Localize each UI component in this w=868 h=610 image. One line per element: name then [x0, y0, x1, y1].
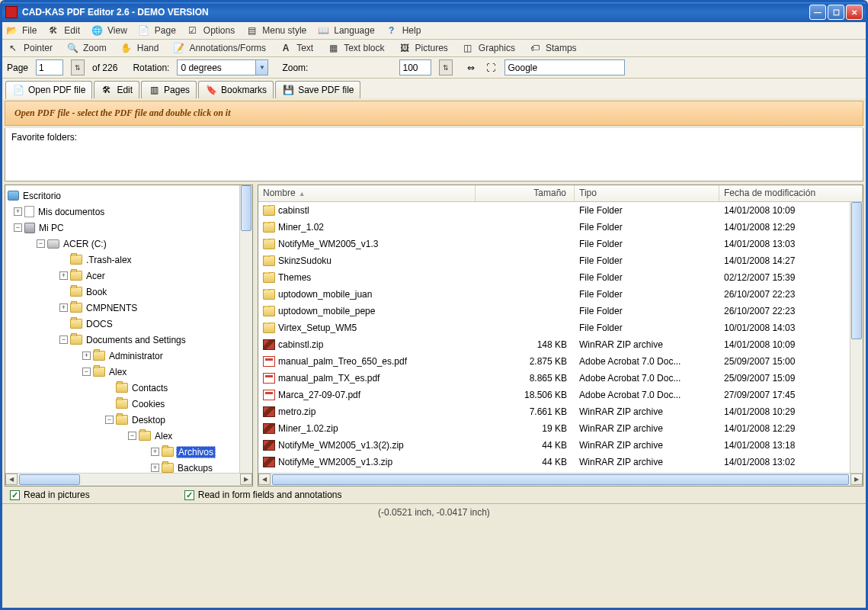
- tree-node[interactable]: −Alex: [8, 428, 250, 444]
- expand-icon[interactable]: +: [82, 352, 91, 360]
- collapse-icon[interactable]: −: [105, 416, 114, 424]
- menu-language[interactable]: 📖Language: [317, 24, 374, 37]
- list-item[interactable]: cabinstlFile Folder14/01/2008 10:09: [258, 202, 863, 219]
- page-input[interactable]: [36, 59, 63, 75]
- zoom-input[interactable]: [399, 59, 431, 75]
- tree-node[interactable]: +Acer: [8, 268, 250, 284]
- tool-pictures[interactable]: 🖼Pictures: [399, 42, 448, 54]
- tree-node[interactable]: Book: [8, 284, 250, 300]
- list-item[interactable]: cabinstl.zip148 KBWinRAR ZIP archive14/0…: [258, 336, 863, 353]
- collapse-icon[interactable]: −: [37, 239, 45, 248]
- expand-icon[interactable]: +: [59, 271, 68, 280]
- tool-textblock[interactable]: ▦Text block: [327, 42, 384, 54]
- tool-zoom[interactable]: 🔍Zoom: [66, 42, 107, 54]
- tree-node[interactable]: Cookies: [8, 396, 250, 412]
- tree-node[interactable]: Contacts: [8, 380, 250, 396]
- list-item[interactable]: manual_palm_Treo_650_es.pdf2.875 KBAdobe…: [258, 353, 863, 370]
- close-button[interactable]: ✕: [846, 5, 863, 20]
- tree-node-mypc[interactable]: −Mi PC: [8, 220, 250, 236]
- collapse-icon[interactable]: −: [82, 368, 91, 376]
- scrollbar-thumb[interactable]: [241, 185, 251, 231]
- collapse-icon[interactable]: −: [128, 432, 136, 440]
- expand-icon[interactable]: +: [14, 207, 22, 216]
- tab-pages[interactable]: ▥Pages: [141, 81, 197, 98]
- tab-bookmarks[interactable]: 🔖Bookmarks: [198, 81, 274, 98]
- expand-icon[interactable]: +: [59, 303, 68, 312]
- menu-file[interactable]: 📂File: [5, 24, 37, 37]
- tool-stamps[interactable]: 🏷Stamps: [529, 42, 577, 54]
- list-item[interactable]: Miner_1.02.zip19 KBWinRAR ZIP archive14/…: [258, 420, 863, 437]
- tree-scrollbar-v[interactable]: [239, 185, 252, 473]
- tree-node[interactable]: .Trash-alex: [8, 252, 250, 268]
- tree-node[interactable]: −Documents and Settings: [8, 332, 250, 348]
- tree-node[interactable]: DOCS: [8, 316, 250, 332]
- expand-icon[interactable]: +: [151, 448, 159, 456]
- scrollbar-thumb[interactable]: [272, 474, 849, 485]
- menu-help[interactable]: ?Help: [386, 24, 421, 37]
- scrollbar-thumb[interactable]: [19, 474, 80, 485]
- menu-view[interactable]: 🌐View: [91, 24, 127, 37]
- list-item[interactable]: uptodown_mobile_pepeFile Folder26/10/200…: [258, 303, 863, 319]
- collapse-icon[interactable]: −: [14, 223, 22, 232]
- fit-width-icon[interactable]: ⇔: [465, 62, 477, 74]
- fit-page-icon[interactable]: ⛶: [485, 62, 497, 74]
- pdf-icon: [263, 373, 275, 384]
- titlebar[interactable]: CAD-KAS PDF Editor 2.6 - DEMO VERSION — …: [2, 2, 866, 22]
- menu-menustyle[interactable]: ▤Menu style: [245, 24, 306, 37]
- scroll-left-icon[interactable]: ◀: [5, 474, 18, 485]
- list-item[interactable]: metro.zip7.661 KBWinRAR ZIP archive14/01…: [258, 403, 863, 420]
- tree-node[interactable]: −Desktop: [8, 412, 250, 428]
- col-type[interactable]: Tipo: [575, 185, 719, 201]
- col-name[interactable]: Nombre▲: [258, 185, 476, 201]
- search-input[interactable]: [504, 59, 625, 75]
- list-item[interactable]: SkinzSudokuFile Folder14/01/2008 14:27: [258, 252, 863, 269]
- list-scrollbar-h[interactable]: ◀▶: [258, 473, 863, 486]
- expand-icon[interactable]: +: [151, 464, 159, 472]
- list-scrollbar-v[interactable]: [850, 202, 863, 473]
- tool-pointer[interactable]: ↖Pointer: [7, 42, 53, 54]
- tree-node-selected[interactable]: +Archivos: [8, 444, 250, 460]
- tab-open[interactable]: 📄Open PDF file: [5, 81, 92, 99]
- tool-annot[interactable]: 📝Annotations/Forms: [172, 42, 266, 54]
- tree-scrollbar-h[interactable]: ◀▶: [5, 473, 252, 486]
- zoom-spin[interactable]: ⇅: [439, 59, 453, 75]
- page-spin[interactable]: ⇅: [71, 59, 85, 75]
- list-item[interactable]: Virtex_Setup_WM5File Folder10/01/2008 14…: [258, 319, 863, 336]
- menu-page[interactable]: 📄Page: [138, 24, 176, 37]
- tree-node[interactable]: +Administrator: [8, 348, 250, 364]
- maximize-button[interactable]: ☐: [828, 5, 844, 20]
- collapse-icon[interactable]: −: [59, 336, 68, 344]
- scroll-left-icon[interactable]: ◀: [258, 474, 271, 485]
- tree-node-desktop[interactable]: Escritorio: [8, 188, 250, 204]
- folder-tree[interactable]: Escritorio +Mis documentos −Mi PC −ACER …: [5, 185, 252, 486]
- tree-node-drive[interactable]: −ACER (C:): [8, 236, 250, 252]
- scrollbar-thumb[interactable]: [851, 202, 862, 339]
- col-size[interactable]: Tamaño: [476, 185, 575, 201]
- list-item[interactable]: NotifyMe_WM2005_v1.3File Folder14/01/200…: [258, 236, 863, 252]
- tree-node[interactable]: −Alex: [8, 364, 250, 380]
- minimize-button[interactable]: —: [809, 5, 826, 20]
- read-forms-checkbox[interactable]: ✓Read in form fields and annotations: [184, 490, 342, 500]
- tab-save[interactable]: 💾Save PDF file: [275, 81, 360, 98]
- tree-node[interactable]: +CMPNENTS: [8, 300, 250, 316]
- tool-text[interactable]: AText: [280, 42, 313, 54]
- list-item[interactable]: uptodown_mobile_juanFile Folder26/10/200…: [258, 286, 863, 303]
- tab-edit[interactable]: 🛠Edit: [94, 81, 139, 98]
- list-item[interactable]: manual_palm_TX_es.pdf8.865 KBAdobe Acrob…: [258, 370, 863, 387]
- tool-hand[interactable]: ✋Hand: [120, 42, 159, 54]
- list-item[interactable]: NotifyMe_WM2005_v1.3(2).zip44 KBWinRAR Z…: [258, 437, 863, 454]
- read-pictures-checkbox[interactable]: ✓Read in pictures: [10, 490, 90, 500]
- menu-options[interactable]: ☑Options: [187, 24, 235, 37]
- list-item[interactable]: NotifyMe_WM2005_v1.3.zip44 KBWinRAR ZIP …: [258, 454, 863, 470]
- tool-graphics[interactable]: ◫Graphics: [462, 42, 515, 54]
- tree-node-mydocs[interactable]: +Mis documentos: [8, 204, 250, 220]
- rotation-select[interactable]: 0 degrees▼: [177, 59, 268, 75]
- file-list[interactable]: cabinstlFile Folder14/01/2008 10:09Miner…: [258, 202, 863, 470]
- scroll-right-icon[interactable]: ▶: [240, 474, 252, 485]
- list-item[interactable]: Marca_27-09-07.pdf18.506 KBAdobe Acrobat…: [258, 387, 863, 403]
- list-item[interactable]: ThemesFile Folder02/12/2007 15:39: [258, 269, 863, 286]
- col-date[interactable]: Fecha de modificación: [719, 185, 863, 201]
- scroll-right-icon[interactable]: ▶: [850, 474, 863, 485]
- list-item[interactable]: Miner_1.02File Folder14/01/2008 12:29: [258, 219, 863, 236]
- menu-edit[interactable]: 🛠Edit: [47, 24, 80, 37]
